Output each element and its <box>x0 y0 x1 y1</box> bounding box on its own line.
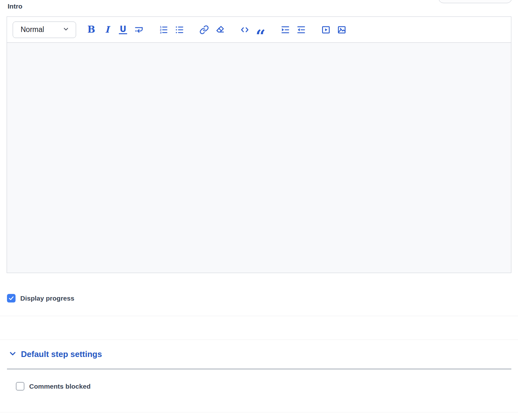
numbered-list-button[interactable]: 1 2 3 <box>158 23 169 36</box>
italic-button[interactable]: I <box>101 23 113 36</box>
bold-icon: B <box>87 25 95 34</box>
display-progress-option[interactable]: Display progress <box>7 294 74 302</box>
svg-text:3: 3 <box>160 31 161 34</box>
link-button[interactable] <box>198 23 210 36</box>
eraser-icon <box>215 25 225 35</box>
editor-content-area[interactable] <box>7 43 511 273</box>
section-divider <box>0 340 518 340</box>
remove-format-button[interactable] <box>214 23 226 36</box>
chevron-down-icon <box>62 26 69 34</box>
code-button[interactable] <box>239 23 250 36</box>
bulleted-list-button[interactable] <box>174 23 185 36</box>
block-quote-button[interactable]: “ <box>255 23 266 36</box>
bulleted-list-icon <box>175 25 184 35</box>
display-progress-label: Display progress <box>20 295 74 302</box>
editor-toolbar: Normal B I U <box>7 17 511 43</box>
link-icon <box>199 25 209 35</box>
italic-icon: I <box>105 25 109 34</box>
bold-button[interactable]: B <box>86 23 97 36</box>
chevron-down-icon <box>8 349 17 359</box>
soft-break-button[interactable] <box>133 23 145 36</box>
default-step-settings-heading: Default step settings <box>21 349 102 359</box>
default-step-settings-toggle[interactable]: Default step settings <box>8 349 102 359</box>
underline-icon: U <box>119 25 127 34</box>
section-divider <box>0 316 518 316</box>
code-icon <box>240 25 249 35</box>
media-embed-icon <box>321 25 331 35</box>
partial-top-button[interactable] <box>438 0 512 3</box>
outdent-icon <box>296 25 306 35</box>
intro-richtext-editor: Normal B I U <box>7 16 511 273</box>
comments-blocked-checkbox[interactable] <box>16 382 24 391</box>
bottom-divider <box>0 412 518 412</box>
intro-field-label: Intro <box>8 3 23 10</box>
decrease-indent-button[interactable] <box>295 23 307 36</box>
numbered-list-icon: 1 2 3 <box>159 25 168 35</box>
insert-image-button[interactable] <box>336 23 347 36</box>
heading-underline-divider <box>7 369 511 369</box>
image-icon <box>337 25 346 35</box>
soft-break-icon <box>134 25 144 35</box>
media-embed-button[interactable] <box>320 23 332 36</box>
checkmark-icon <box>8 295 14 301</box>
display-progress-checkbox[interactable] <box>7 294 16 302</box>
paragraph-style-value: Normal <box>21 25 44 34</box>
comments-blocked-label: Comments blocked <box>29 383 91 390</box>
underline-button[interactable]: U <box>117 23 129 36</box>
comments-blocked-option[interactable]: Comments blocked <box>16 382 91 391</box>
paragraph-style-dropdown[interactable]: Normal <box>13 22 76 38</box>
increase-indent-button[interactable] <box>280 23 291 36</box>
indent-icon <box>281 25 290 35</box>
quote-icon: “ <box>256 28 265 37</box>
